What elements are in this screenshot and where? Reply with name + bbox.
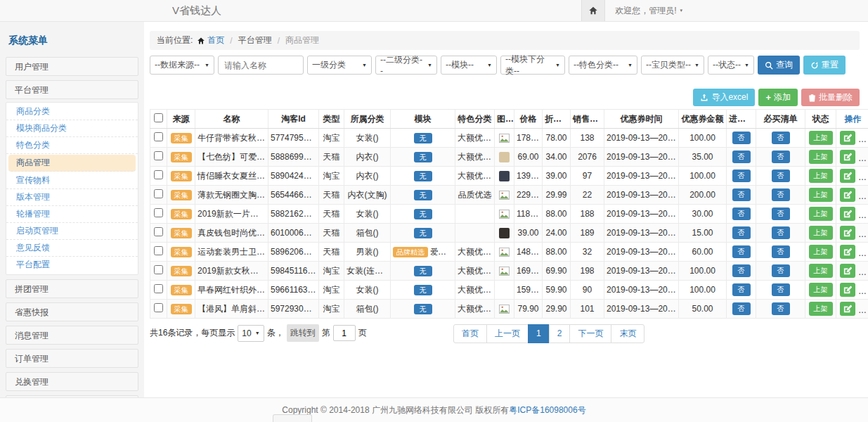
edit-button[interactable] <box>840 131 855 145</box>
page-button[interactable]: 2 <box>549 324 571 343</box>
sidebar-item[interactable]: 特色分类 <box>6 137 138 154</box>
page-button[interactable]: 1 <box>528 324 550 343</box>
import-flag-button[interactable]: 否 <box>732 207 751 220</box>
edit-button[interactable] <box>840 150 855 164</box>
row-checkbox[interactable] <box>154 227 163 236</box>
filter-select[interactable]: 一级分类▼ <box>307 56 372 75</box>
sidebar-item[interactable]: 意见反馈 <box>6 240 138 257</box>
import-flag-button[interactable]: 否 <box>732 264 751 277</box>
must-buy-button[interactable]: 否 <box>772 245 790 258</box>
sidebar-group[interactable]: 消息管理 <box>6 326 138 345</box>
filter-select[interactable]: --数据来源--▼ <box>150 56 214 75</box>
edit-button[interactable] <box>840 245 855 259</box>
sidebar-item[interactable]: 轮播管理 <box>6 206 138 223</box>
jump-button[interactable]: 跳转到 <box>287 324 319 342</box>
must-buy-button[interactable]: 否 <box>772 188 790 201</box>
edit-button[interactable] <box>840 283 855 297</box>
breadcrumb-home-link[interactable]: 首页 <box>207 34 224 46</box>
import-excel-button[interactable]: 导入excel <box>693 89 755 106</box>
must-buy-button[interactable]: 否 <box>772 283 790 296</box>
sidebar-item[interactable]: 模块商品分类 <box>6 120 138 137</box>
icp-link[interactable]: 粤ICP备16098006号 <box>509 404 585 416</box>
status-button[interactable]: 上架 <box>809 150 833 164</box>
sidebar-group[interactable]: 平台管理 <box>6 80 138 99</box>
import-flag-button[interactable]: 否 <box>732 151 751 163</box>
sidebar-item[interactable]: 商品分类 <box>6 103 138 120</box>
sidebar-group[interactable]: 拼团管理 <box>6 279 138 298</box>
status-button[interactable]: 上架 <box>809 207 833 221</box>
cell-source: 采集 <box>167 148 195 167</box>
row-checkbox[interactable] <box>154 151 163 160</box>
import-flag-button[interactable]: 否 <box>732 188 751 201</box>
page-button[interactable]: 下一页 <box>569 324 611 343</box>
edit-button[interactable] <box>840 226 855 240</box>
name-search-input[interactable] <box>218 56 304 75</box>
filter-select[interactable]: --模块下分类--▼ <box>500 56 565 75</box>
filter-buttons: 查询 重置 <box>758 56 846 75</box>
must-buy-button[interactable]: 否 <box>772 132 790 144</box>
status-button[interactable]: 上架 <box>809 188 833 202</box>
row-checkbox[interactable] <box>154 246 163 255</box>
row-checkbox[interactable] <box>154 170 163 179</box>
filter-select[interactable]: --宝贝类型--▼ <box>641 56 704 75</box>
sidebar-item[interactable]: 商品管理 <box>8 155 136 172</box>
sidebar-group[interactable]: 用户管理 <box>6 57 138 76</box>
sidebar-item[interactable]: 版本管理 <box>6 189 138 206</box>
source-badge: 采集 <box>171 304 192 314</box>
cell-name: 2019新款女秋薄款... <box>195 262 268 281</box>
row-checkbox[interactable] <box>154 265 163 274</box>
status-button[interactable]: 上架 <box>809 264 833 278</box>
sidebar-item[interactable]: 平台配置 <box>6 257 138 274</box>
status-button[interactable]: 上架 <box>809 131 833 145</box>
search-button[interactable]: 查询 <box>758 56 800 75</box>
page-button[interactable]: 上一页 <box>486 324 529 343</box>
edit-button[interactable] <box>840 188 855 202</box>
filter-select[interactable]: --特色分类--▼ <box>569 56 637 75</box>
sidebar-group[interactable]: 订单管理 <box>6 349 138 368</box>
import-flag-button[interactable]: 否 <box>732 226 751 239</box>
home-button[interactable] <box>581 0 605 21</box>
filter-select[interactable]: --模块--▼ <box>441 56 497 75</box>
page-button[interactable]: 末页 <box>611 324 644 343</box>
status-button[interactable]: 上架 <box>809 302 833 316</box>
must-buy-button[interactable]: 否 <box>772 151 790 163</box>
row-checkbox[interactable] <box>154 303 163 312</box>
add-button[interactable]: + 添加 <box>758 89 798 106</box>
batch-delete-button[interactable]: 批量删除 <box>801 89 860 106</box>
sidebar-item[interactable]: 宣传物料 <box>6 172 138 189</box>
reset-button[interactable]: 重置 <box>803 56 846 75</box>
status-button[interactable]: 上架 <box>809 283 833 297</box>
status-button[interactable]: 上架 <box>809 226 833 240</box>
edit-button[interactable] <box>840 207 855 221</box>
page-button[interactable]: 首页 <box>453 324 487 343</box>
must-buy-button[interactable]: 否 <box>772 264 790 277</box>
sidebar-item[interactable]: 启动页管理 <box>6 223 138 240</box>
select-all-checkbox[interactable] <box>154 113 163 122</box>
page-size-select[interactable]: 10 ▼ <box>238 325 264 342</box>
must-buy-button[interactable]: 否 <box>772 207 790 220</box>
import-flag-button[interactable]: 否 <box>732 302 751 315</box>
edit-button[interactable] <box>840 264 855 278</box>
jump-page-input[interactable] <box>333 325 356 341</box>
must-buy-button[interactable]: 否 <box>772 226 790 239</box>
filter-select[interactable]: --状态--▼ <box>708 56 754 75</box>
row-checkbox[interactable] <box>154 208 163 217</box>
cell-discount-price: 29.99 <box>543 186 571 205</box>
row-checkbox[interactable] <box>154 189 163 198</box>
status-button[interactable]: 上架 <box>809 245 833 259</box>
status-button[interactable]: 上架 <box>809 169 833 183</box>
import-flag-button[interactable]: 否 <box>732 132 751 144</box>
import-flag-button[interactable]: 否 <box>732 170 751 182</box>
edit-button[interactable] <box>840 302 855 316</box>
sidebar-group[interactable]: 兑换管理 <box>6 372 138 391</box>
must-buy-button[interactable]: 否 <box>772 302 790 315</box>
row-checkbox[interactable] <box>154 284 163 293</box>
import-flag-button[interactable]: 否 <box>732 245 751 258</box>
filter-select[interactable]: --二级分类--▼ <box>375 56 437 75</box>
sidebar-group[interactable]: 省惠快报 <box>6 302 138 321</box>
must-buy-button[interactable]: 否 <box>772 170 790 182</box>
row-checkbox[interactable] <box>154 132 163 141</box>
user-menu[interactable]: 欢迎您，管理员! ▾ <box>605 5 692 17</box>
edit-button[interactable] <box>840 169 855 183</box>
import-flag-button[interactable]: 否 <box>732 283 751 296</box>
